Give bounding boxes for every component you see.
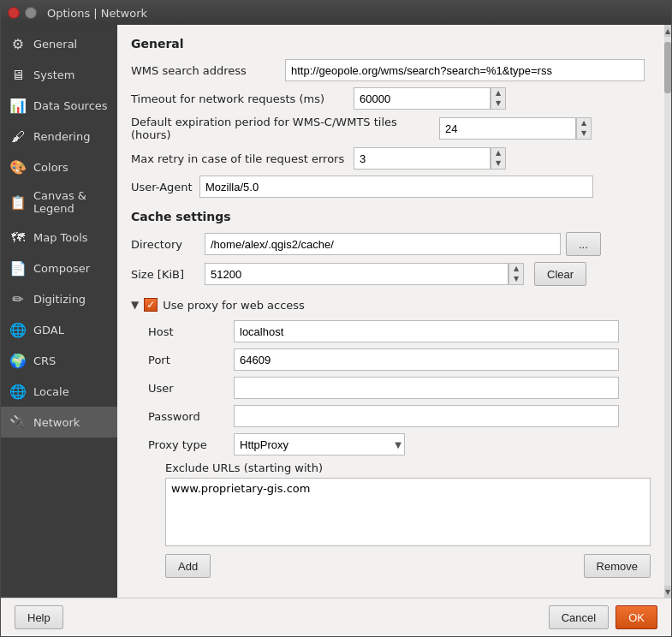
titlebar: Options | Network xyxy=(1,1,671,25)
rendering-icon: 🖌 xyxy=(9,128,27,145)
size-input[interactable] xyxy=(205,263,508,285)
size-down-arrow[interactable]: ▼ xyxy=(509,274,523,284)
proxytype-row: Proxy type DefaultProxy Socks5Proxy Http… xyxy=(148,433,651,455)
section-general-title: General xyxy=(131,37,651,51)
directory-label: Directory xyxy=(131,238,199,251)
section-cache-title: Cache settings xyxy=(131,210,651,223)
maxretry-arrows: ▲ ▼ xyxy=(491,147,506,170)
sidebar-item-general[interactable]: ⚙ General xyxy=(1,28,117,59)
expiration-down-arrow[interactable]: ▼ xyxy=(577,128,591,139)
wms-row: WMS search address xyxy=(131,59,651,81)
expiration-up-arrow[interactable]: ▲ xyxy=(577,118,591,128)
directory-browse-button[interactable]: ... xyxy=(566,232,601,256)
expiration-row: Default expiration period for WMS-C/WMTS… xyxy=(131,116,651,141)
proxytype-select[interactable]: DefaultProxy Socks5Proxy HttpProxy HttpC… xyxy=(234,433,405,455)
exclude-label: Exclude URLs (starting with) xyxy=(165,461,651,474)
timeout-up-arrow[interactable]: ▲ xyxy=(491,88,505,98)
sidebar-label-general: General xyxy=(33,38,77,51)
timeout-down-arrow[interactable]: ▼ xyxy=(491,98,505,109)
port-label: Port xyxy=(148,354,234,366)
sidebar-label-colors: Colors xyxy=(33,161,68,174)
timeout-input[interactable] xyxy=(354,87,491,110)
system-icon: 🖥 xyxy=(9,66,27,83)
port-input[interactable] xyxy=(234,348,619,371)
sidebar-label-datasources: Data Sources xyxy=(33,99,108,112)
proxy-section: ▼ Use proxy for web access Host Port xyxy=(131,298,651,578)
user-row: User xyxy=(148,377,651,399)
expiration-input[interactable] xyxy=(439,117,576,140)
crs-icon: 🌍 xyxy=(9,352,27,369)
minimize-button[interactable] xyxy=(25,7,37,19)
sidebar-item-maptools[interactable]: 🗺 Map Tools xyxy=(1,222,117,253)
size-row: Size [KiB] ▲ ▼ Clear xyxy=(131,262,651,286)
bottom-right-buttons: Cancel OK xyxy=(549,605,657,629)
general-icon: ⚙ xyxy=(9,35,27,52)
timeout-spinbox: ▲ ▼ xyxy=(354,87,506,110)
scrollbar-up-arrow[interactable]: ▲ xyxy=(664,25,671,37)
remove-button[interactable]: Remove xyxy=(584,554,651,578)
size-spinbox: ▲ ▼ xyxy=(205,263,524,285)
sidebar-item-colors[interactable]: 🎨 Colors xyxy=(1,152,117,182)
sidebar-label-composer: Composer xyxy=(33,262,90,275)
sidebar-item-rendering[interactable]: 🖌 Rendering xyxy=(1,121,117,152)
colors-icon: 🎨 xyxy=(9,158,27,176)
main-window: Options | Network ⚙ General 🖥 System 📊 D… xyxy=(0,0,672,637)
host-input[interactable] xyxy=(234,320,619,342)
timeout-label: Timeout for network requests (ms) xyxy=(131,92,354,105)
port-row: Port xyxy=(148,348,651,371)
size-label: Size [KiB] xyxy=(131,268,199,281)
network-icon: 🔌 xyxy=(9,414,27,431)
wms-input[interactable] xyxy=(285,59,645,81)
exclude-textarea[interactable]: www.proprietary-gis.com xyxy=(165,478,651,546)
proxytype-label: Proxy type xyxy=(148,438,234,451)
expiration-arrows: ▲ ▼ xyxy=(576,117,592,140)
add-button[interactable]: Add xyxy=(165,554,211,578)
gdal-icon: 🌐 xyxy=(9,321,27,338)
sidebar-label-canvas: Canvas &Legend xyxy=(33,189,86,215)
close-button[interactable] xyxy=(8,7,20,19)
user-label: User xyxy=(148,382,234,395)
host-label: Host xyxy=(148,325,234,338)
sidebar-label-digitizing: Digitizing xyxy=(33,293,86,306)
useragent-input[interactable] xyxy=(199,176,593,198)
sidebar-item-network[interactable]: 🔌 Network xyxy=(1,407,117,438)
cancel-button[interactable]: Cancel xyxy=(549,605,609,629)
proxytype-select-wrap: DefaultProxy Socks5Proxy HttpProxy HttpC… xyxy=(234,433,405,455)
wms-label: WMS search address xyxy=(131,64,285,77)
proxy-checkbox[interactable] xyxy=(144,298,158,312)
composer-icon: 📄 xyxy=(9,259,27,277)
maxretry-input[interactable] xyxy=(354,147,491,170)
expiration-spinbox: ▲ ▼ xyxy=(439,117,592,140)
clear-button[interactable]: Clear xyxy=(534,262,586,286)
sidebar-label-crs: CRS xyxy=(33,354,56,367)
timeout-row: Timeout for network requests (ms) ▲ ▼ xyxy=(131,87,651,110)
sidebar-item-digitizing[interactable]: ✏ Digitizing xyxy=(1,283,117,314)
sidebar-item-datasources[interactable]: 📊 Data Sources xyxy=(1,90,117,121)
expiration-label: Default expiration period for WMS-C/WMTS… xyxy=(131,116,439,141)
user-input[interactable] xyxy=(234,377,619,399)
scrollbar-down-arrow[interactable]: ▼ xyxy=(664,586,671,598)
sidebar-label-locale: Locale xyxy=(33,385,69,398)
useragent-label: User-Agent xyxy=(131,181,199,193)
sidebar-item-gdal[interactable]: 🌐 GDAL xyxy=(1,314,117,345)
maxretry-label: Max retry in case of tile request errors xyxy=(131,152,354,165)
proxy-use-label: Use proxy for web access xyxy=(163,299,305,312)
sidebar: ⚙ General 🖥 System 📊 Data Sources 🖌 Rend… xyxy=(1,25,117,598)
password-label: Password xyxy=(148,410,234,423)
canvas-icon: 📋 xyxy=(9,193,27,211)
maxretry-down-arrow[interactable]: ▼ xyxy=(491,158,505,169)
sidebar-item-composer[interactable]: 📄 Composer xyxy=(1,253,117,283)
password-input[interactable] xyxy=(234,405,619,427)
sidebar-item-canvas[interactable]: 📋 Canvas &Legend xyxy=(1,182,117,222)
sidebar-item-locale[interactable]: 🌐 Locale xyxy=(1,376,117,407)
help-button[interactable]: Help xyxy=(15,605,63,629)
proxy-collapse-button[interactable]: ▼ xyxy=(131,299,139,311)
ok-button[interactable]: OK xyxy=(616,605,657,629)
directory-input[interactable] xyxy=(205,233,561,255)
maxretry-up-arrow[interactable]: ▲ xyxy=(491,148,505,158)
sidebar-item-system[interactable]: 🖥 System xyxy=(1,59,117,90)
size-up-arrow[interactable]: ▲ xyxy=(509,264,523,274)
sidebar-item-crs[interactable]: 🌍 CRS xyxy=(1,345,117,376)
digitizing-icon: ✏ xyxy=(9,290,27,307)
scrollbar-thumb[interactable] xyxy=(664,42,671,93)
